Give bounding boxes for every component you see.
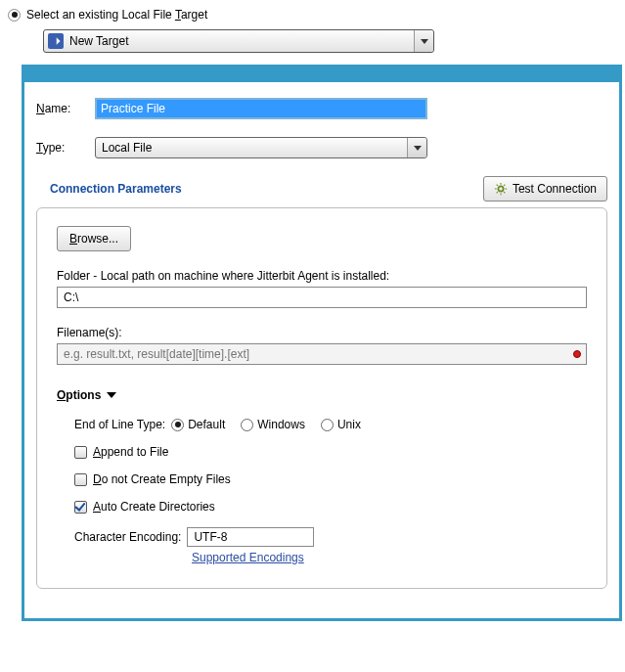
autocreate-checkbox[interactable] bbox=[74, 501, 87, 514]
autocreate-label: Auto Create Directories bbox=[93, 500, 215, 514]
connection-params-box: Browse... Folder - Local path on machine… bbox=[36, 207, 607, 589]
eol-default-radio[interactable] bbox=[171, 419, 184, 431]
eol-unix-label: Unix bbox=[337, 418, 361, 431]
type-label: Type: bbox=[36, 141, 95, 155]
type-select-value: Local File bbox=[96, 141, 407, 155]
svg-point-0 bbox=[498, 186, 503, 191]
test-connection-label: Test Connection bbox=[513, 182, 597, 196]
no-empty-checkbox[interactable] bbox=[74, 473, 87, 486]
type-select[interactable]: Local File bbox=[95, 137, 427, 158]
error-indicator-icon bbox=[573, 350, 581, 358]
select-existing-label: Select an existing Local File Target bbox=[26, 8, 207, 22]
eol-unix-radio[interactable] bbox=[321, 419, 334, 431]
target-icon bbox=[48, 33, 64, 49]
eol-default-label: Default bbox=[188, 418, 225, 431]
target-dropdown-label: New Target bbox=[67, 34, 414, 48]
options-toggle[interactable]: Options bbox=[57, 388, 587, 402]
test-connection-button[interactable]: Test Connection bbox=[483, 176, 607, 202]
append-label: Append to File bbox=[93, 445, 168, 459]
filenames-label: Filename(s): bbox=[57, 326, 587, 339]
chevron-down-icon bbox=[414, 30, 433, 52]
encoding-input[interactable] bbox=[187, 527, 314, 547]
folder-label: Folder - Local path on machine where Jit… bbox=[57, 269, 587, 283]
eol-windows-label: Windows bbox=[257, 418, 305, 431]
chevron-down-icon bbox=[407, 138, 426, 157]
select-existing-radio[interactable] bbox=[8, 9, 21, 22]
folder-input[interactable] bbox=[57, 287, 587, 308]
gear-icon bbox=[494, 182, 508, 196]
chevron-down-icon bbox=[107, 392, 116, 398]
target-dropdown[interactable]: New Target bbox=[43, 29, 434, 53]
browse-button[interactable]: Browse... bbox=[57, 226, 131, 251]
encoding-label: Character Encoding: bbox=[74, 530, 181, 544]
panel-header-bar bbox=[22, 65, 622, 82]
eol-label: End of Line Type: bbox=[74, 418, 165, 431]
filenames-input[interactable] bbox=[57, 343, 587, 365]
connection-params-title: Connection Parameters bbox=[50, 182, 182, 196]
append-checkbox[interactable] bbox=[74, 446, 87, 459]
name-input[interactable] bbox=[95, 98, 427, 119]
no-empty-label: Do not Create Empty Files bbox=[93, 472, 231, 486]
eol-windows-radio[interactable] bbox=[241, 419, 253, 431]
name-label: Name: bbox=[36, 102, 95, 115]
supported-encodings-link[interactable]: Supported Encodings bbox=[192, 551, 304, 564]
